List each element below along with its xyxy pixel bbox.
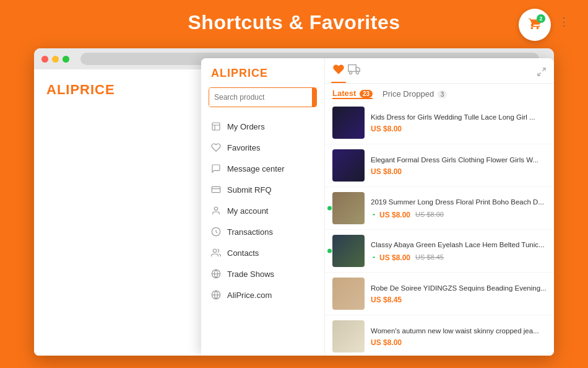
product-info: Women's autumn new low waist skinny crop… bbox=[371, 326, 547, 346]
product-info: Elegant Formal Dress Girls Clothing Flow… bbox=[371, 155, 547, 175]
products-panel: Latest 23 Price Dropped 3 bbox=[325, 58, 554, 356]
product-price: US $8.00 bbox=[379, 211, 410, 219]
product-thumbnail bbox=[332, 320, 365, 353]
product-thumbnail bbox=[332, 192, 365, 224]
page-title: Shortcuts & Favorites bbox=[0, 0, 588, 43]
sidebar-item-favorites[interactable]: Favorites bbox=[201, 137, 324, 158]
heart-icon bbox=[211, 142, 221, 152]
product-price: US $8.45 bbox=[371, 296, 547, 304]
expand-arrows-icon bbox=[537, 67, 547, 77]
product-name: 2019 Summer Long Dress Floral Print Boho… bbox=[371, 197, 547, 207]
product-thumbnail bbox=[332, 149, 365, 182]
sidebar-item-label: Favorites bbox=[227, 143, 260, 152]
sidebar-logo: ALIPRICE bbox=[201, 67, 324, 87]
price-dropped-badge: 3 bbox=[438, 90, 447, 99]
new-dot bbox=[327, 249, 332, 253]
expand-icon[interactable] bbox=[537, 67, 547, 79]
arrow-up-icon bbox=[371, 211, 377, 217]
price-drop-indicator bbox=[371, 211, 377, 217]
arrow-up-icon bbox=[371, 254, 377, 260]
product-item[interactable]: Kids Dress for Girls Wedding Tulle Lace … bbox=[325, 102, 554, 144]
product-info: Kids Dress for Girls Wedding Tulle Lace … bbox=[371, 112, 547, 133]
svg-point-20 bbox=[350, 71, 352, 74]
search-box bbox=[209, 87, 317, 107]
truck-tab-icon bbox=[347, 63, 361, 76]
svg-point-13 bbox=[213, 249, 216, 252]
cart-badge: 2 bbox=[537, 14, 545, 23]
filter-tab-latest[interactable]: Latest 23 bbox=[332, 89, 373, 99]
account-icon bbox=[211, 206, 221, 216]
sidebar-item-label: Contacts bbox=[227, 248, 259, 258]
svg-point-21 bbox=[356, 71, 358, 74]
product-price: US $8.00 bbox=[371, 167, 547, 176]
product-price: US $8.00 bbox=[379, 253, 410, 262]
product-item[interactable]: Robe De Soiree YIDINGZS Sequins Beading … bbox=[325, 273, 554, 315]
search-button[interactable] bbox=[312, 88, 317, 107]
sidebar-item-trade-shows[interactable]: Trade Shows bbox=[201, 263, 324, 284]
product-item[interactable]: 2019 Summer Long Dress Floral Print Boho… bbox=[325, 187, 554, 230]
product-thumbnail bbox=[332, 107, 365, 139]
cart-icon-wrap: 2 bbox=[528, 17, 542, 33]
product-info: Robe De Soiree YIDINGZS Sequins Beading … bbox=[371, 283, 547, 304]
heart-tab-icon bbox=[332, 63, 345, 76]
original-price: US $8.00 bbox=[415, 211, 444, 218]
sidebar-item-label: Message center bbox=[227, 164, 285, 173]
product-thumbnail bbox=[332, 235, 365, 267]
globe-icon bbox=[211, 269, 221, 279]
product-name: Robe De Soiree YIDINGZS Sequins Beading … bbox=[371, 283, 547, 293]
aliprice-globe-icon bbox=[211, 290, 221, 300]
svg-rect-18 bbox=[348, 65, 357, 72]
sidebar-item-label: My account bbox=[227, 206, 268, 216]
products-list: Kids Dress for Girls Wedding Tulle Lace … bbox=[325, 102, 554, 356]
close-button[interactable] bbox=[41, 56, 48, 63]
browser-window: ALIPRICE bbox=[34, 48, 554, 356]
product-name: Women's autumn new low waist skinny crop… bbox=[371, 326, 547, 336]
rfq-icon bbox=[211, 185, 221, 195]
sidebar-item-label: Transactions bbox=[227, 227, 273, 237]
latest-badge: 23 bbox=[360, 90, 373, 98]
cart-bubble[interactable]: 2 bbox=[519, 9, 551, 41]
price-drop-indicator bbox=[371, 254, 377, 260]
maximize-button[interactable] bbox=[63, 56, 69, 63]
tabs-bar bbox=[325, 58, 554, 84]
sidebar-item-contacts[interactable]: Contacts bbox=[201, 242, 324, 263]
product-name: Classy Abaya Green Eyelash Lace Hem Belt… bbox=[371, 240, 547, 250]
product-price: US $8.00 bbox=[371, 125, 547, 133]
sidebar-item-label: AliPrice.com bbox=[227, 291, 272, 300]
filter-tab-price-dropped[interactable]: Price Dropped 3 bbox=[383, 89, 447, 99]
product-item[interactable]: Classy Abaya Green Eyelash Lace Hem Belt… bbox=[325, 230, 554, 273]
svg-marker-19 bbox=[356, 68, 360, 72]
sidebar: ALIPRICE bbox=[201, 58, 325, 356]
search-input[interactable] bbox=[209, 88, 312, 107]
product-name: Kids Dress for Girls Wedding Tulle Lace … bbox=[371, 112, 547, 122]
product-name: Elegant Formal Dress Girls Clothing Flow… bbox=[371, 155, 547, 165]
tab-heart[interactable] bbox=[332, 63, 345, 83]
product-info: 2019 Summer Long Dress Floral Print Boho… bbox=[371, 197, 547, 219]
svg-line-22 bbox=[542, 68, 545, 71]
minimize-button[interactable] bbox=[52, 56, 59, 63]
tab-truck[interactable] bbox=[347, 63, 361, 83]
original-price: US $8.45 bbox=[415, 253, 444, 261]
product-info: Classy Abaya Green Eyelash Lace Hem Belt… bbox=[371, 240, 547, 262]
sidebar-item-submit-rfq[interactable]: Submit RFQ bbox=[201, 179, 324, 200]
sidebar-item-my-account[interactable]: My account bbox=[201, 200, 324, 221]
sidebar-item-label: My Orders bbox=[227, 122, 265, 131]
sidebar-item-transactions[interactable]: Transactions bbox=[201, 221, 324, 242]
sidebar-item-message-center[interactable]: Message center bbox=[201, 158, 324, 179]
svg-line-23 bbox=[538, 72, 541, 76]
product-item[interactable]: Elegant Formal Dress Girls Clothing Flow… bbox=[325, 144, 554, 187]
sidebar-item-aliprice-com[interactable]: AliPrice.com bbox=[201, 284, 324, 305]
product-price: US $8.00 bbox=[371, 338, 547, 347]
new-dot bbox=[327, 206, 332, 211]
product-item[interactable]: Women's autumn new low waist skinny crop… bbox=[325, 315, 554, 356]
transactions-icon bbox=[211, 227, 221, 237]
sidebar-item-my-orders[interactable]: My Orders bbox=[201, 116, 324, 137]
sidebar-item-label: Trade Shows bbox=[227, 269, 274, 279]
orders-icon bbox=[211, 121, 221, 131]
svg-rect-6 bbox=[212, 123, 220, 130]
popup-window: ALIPRICE bbox=[201, 58, 554, 356]
filter-tabs: Latest 23 Price Dropped 3 bbox=[325, 84, 554, 102]
message-icon bbox=[211, 164, 221, 173]
product-thumbnail bbox=[332, 278, 365, 310]
more-options-icon[interactable]: ⋮ bbox=[558, 15, 568, 28]
